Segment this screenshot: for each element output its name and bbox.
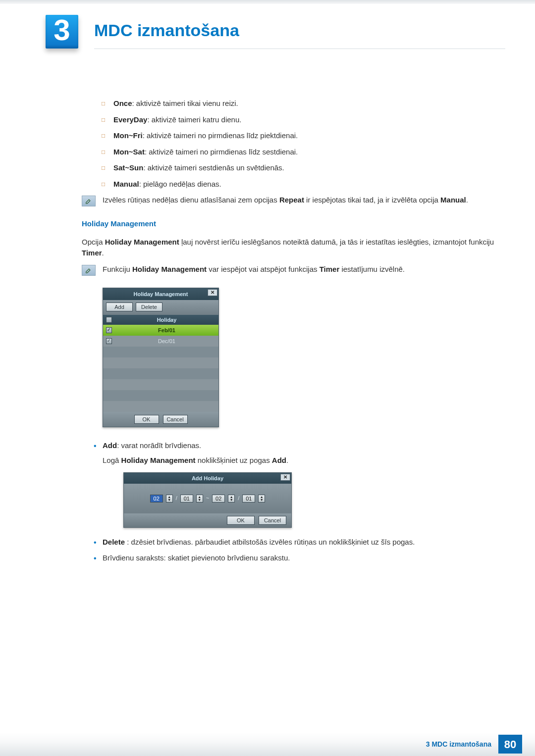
desc: : aktivizē taimeri tikai vienu reizi.	[132, 99, 238, 107]
t: Holiday Management	[132, 265, 207, 273]
t: .	[102, 249, 104, 257]
dialog-toolbar: Add Delete	[103, 300, 218, 315]
t: Timer	[320, 265, 340, 273]
month-end-input[interactable]: 02	[212, 495, 225, 503]
note-text: Funkciju Holiday Management var iespējot…	[103, 264, 500, 276]
header-check[interactable]	[103, 315, 115, 325]
spinner-button[interactable]: ▲▼	[228, 495, 235, 503]
range-tilde: ~	[206, 494, 209, 503]
add-instruction: Logā Holiday Management noklikšķiniet uz…	[103, 455, 500, 466]
chapter-title: MDC izmantošana	[94, 18, 239, 43]
term: Manual	[113, 180, 139, 188]
pencil-icon	[82, 265, 96, 276]
dialog-footer: OK Cancel	[124, 513, 291, 527]
cancel-button[interactable]: Cancel	[163, 415, 188, 424]
t: noklikšķiniet uz pogas	[196, 456, 272, 464]
list-item-add: Add: varat norādīt brīvdienas. Logā Holi…	[94, 440, 500, 528]
close-button[interactable]: ✕	[208, 289, 217, 296]
table-row[interactable]: ✓ Dec/01	[103, 336, 218, 347]
term: Mon~Fri	[113, 131, 143, 140]
t: Logā	[103, 456, 121, 464]
pencil-icon	[82, 196, 96, 206]
checkbox-icon[interactable]: ✓	[106, 338, 112, 344]
t: var iespējot vai atspējot funkcijas	[207, 265, 320, 273]
page-header: 3 MDC izmantošana	[0, 4, 535, 49]
term: Once	[113, 99, 132, 107]
footer-text: 3 MDC izmantošana	[426, 739, 491, 750]
header-holiday: Holiday	[115, 315, 218, 325]
t: iestatījumu izvēlnē.	[339, 265, 405, 273]
holiday-table: Holiday ✓ Feb/01 ✓ Dec/01	[103, 315, 218, 412]
t: ļauj novērst ierīču ieslēgšanos noteiktā…	[179, 238, 494, 246]
note-text: Izvēles rūtiņas nedēļas dienu atlasīšana…	[103, 195, 500, 206]
ok-button[interactable]: OK	[227, 516, 255, 525]
table-row	[103, 390, 218, 401]
desc: : pielāgo nedēļas dienas.	[139, 180, 221, 188]
dialog-footer: OK Cancel	[103, 412, 218, 427]
list-item-list: Brīvdienu saraksts: skatiet pievienoto b…	[94, 553, 500, 564]
list-item-delete: Delete : dzēsiet brīvdienas. pārbaudiet …	[94, 537, 500, 548]
ok-button[interactable]: OK	[134, 415, 159, 424]
list-item: Mon~Fri: aktivizē taimeri no pirmdienas …	[102, 130, 500, 142]
add-holiday-dialog: Add Holiday ✕ 02 ▲▼ / 01 ▲▼ ~ 02 ▲▼	[123, 472, 292, 528]
page-footer: 3 MDC izmantošana 80	[0, 732, 535, 756]
table-row[interactable]: ✓ Feb/01	[103, 325, 218, 336]
spinner-button[interactable]: ▲▼	[258, 495, 265, 503]
separator: /	[238, 494, 239, 503]
t: .	[466, 196, 468, 204]
cell: Feb/01	[115, 325, 218, 336]
page-number: 80	[498, 735, 522, 754]
dialog-body: 02 ▲▼ / 01 ▲▼ ~ 02 ▲▼ / 01 ▲▼	[124, 484, 291, 513]
holiday-management-heading: Holiday Management	[82, 218, 500, 230]
title-text: Holiday Management	[133, 291, 188, 297]
holiday-description: Opcija Holiday Management ļauj novērst i…	[82, 237, 500, 259]
holiday-management-dialog: Holiday Management ✕ Add Delete Holiday …	[103, 288, 219, 427]
checkbox-icon[interactable]: ✓	[106, 327, 112, 333]
close-button[interactable]: ✕	[280, 474, 290, 481]
cell: Dec/01	[115, 336, 218, 347]
cancel-button[interactable]: Cancel	[259, 516, 286, 525]
content-area: Once: aktivizē taimeri tikai vienu reizi…	[82, 98, 500, 564]
desc: : aktivizē taimeri sestdienās un svētdie…	[143, 163, 284, 172]
dialog-title: Holiday Management ✕	[103, 288, 218, 300]
spinner-button[interactable]: ▲▼	[196, 495, 203, 503]
list-item: Once: aktivizē taimeri tikai vienu reizi…	[102, 98, 500, 109]
list-item: EveryDay: aktivizē taimeri katru dienu.	[102, 114, 500, 126]
t: Holiday Management	[121, 456, 196, 464]
term: Add	[103, 441, 117, 450]
t: Opcija	[82, 238, 105, 246]
day-end-input[interactable]: 01	[242, 495, 255, 503]
checkbox-icon	[106, 317, 112, 323]
term: Mon~Sat	[113, 148, 145, 156]
table-row	[103, 379, 218, 390]
t: .	[286, 456, 288, 464]
t: Timer	[82, 249, 102, 257]
month-start-input[interactable]: 02	[150, 495, 163, 503]
add-holiday-dialog-figure: Add Holiday ✕ 02 ▲▼ / 01 ▲▼ ~ 02 ▲▼	[123, 472, 500, 528]
list-item: Manual: pielāgo nedēļas dienas.	[102, 179, 500, 190]
t: Izvēles rūtiņas nedēļas dienu atlasīšana…	[103, 196, 279, 204]
term: EveryDay	[113, 115, 147, 124]
top-gradient	[0, 0, 535, 4]
dialog-title: Add Holiday ✕	[124, 473, 291, 484]
header-rule	[94, 49, 505, 49]
desc: : varat norādīt brīvdienas.	[117, 441, 201, 450]
list-item: Mon~Sat: aktivizē taimeri no pirmdienas …	[102, 147, 500, 158]
spinner-button[interactable]: ▲▼	[166, 495, 173, 503]
desc: : dzēsiet brīvdienas. pārbaudiet atbilst…	[125, 538, 415, 546]
table-header: Holiday	[103, 315, 218, 325]
delete-button[interactable]: Delete	[136, 302, 162, 311]
add-button[interactable]: Add	[106, 302, 133, 311]
table-row	[103, 357, 218, 368]
table-row	[103, 347, 218, 357]
day-start-input[interactable]: 01	[180, 495, 193, 503]
note-holiday: Funkciju Holiday Management var iespējot…	[82, 264, 500, 276]
note-repeat: Izvēles rūtiņas nedēļas dienu atlasīšana…	[82, 195, 500, 206]
desc: : aktivizē taimeri katru dienu.	[147, 115, 241, 124]
chapter-number-badge: 3	[46, 15, 78, 49]
t: ir iespējotas tikai tad, ja ir izvēlēta …	[304, 196, 440, 204]
t: Repeat	[279, 196, 304, 204]
term: Delete	[103, 538, 125, 546]
list-item: Sat~Sun: aktivizē taimeri sestdienās un …	[102, 162, 500, 174]
table-row	[103, 401, 218, 412]
